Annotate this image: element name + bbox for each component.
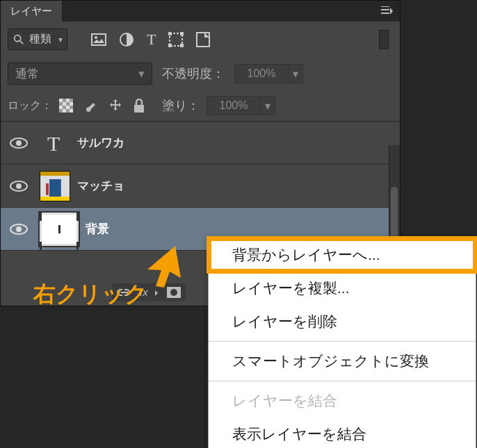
- svg-rect-9: [180, 44, 184, 47]
- layer-row-image[interactable]: マッチョ: [1, 165, 400, 208]
- layer-name: マッチョ: [77, 178, 124, 194]
- filter-icons: T: [91, 31, 210, 49]
- fill-chevron-icon[interactable]: ▾: [260, 96, 275, 115]
- svg-rect-6: [168, 32, 172, 35]
- filter-adjust-icon[interactable]: [119, 32, 134, 47]
- svg-point-3: [95, 36, 97, 39]
- filter-type-icon[interactable]: T: [147, 31, 156, 49]
- svg-rect-12: [59, 99, 63, 102]
- filter-label: 種類: [29, 32, 51, 47]
- svg-rect-16: [59, 106, 63, 109]
- chevron-down-icon: ▾: [58, 35, 63, 44]
- annotation-right-click: 右クリック: [33, 279, 147, 310]
- svg-line-1: [20, 40, 24, 44]
- blend-row: 通常 ▾ 不透明度： 100% ▾: [1, 57, 400, 90]
- panel-header: レイヤー: [1, 1, 400, 22]
- filter-toggle[interactable]: [379, 30, 389, 49]
- menu-item-convert-smart-object[interactable]: スマートオブジェクトに変換: [209, 345, 476, 378]
- opacity-value[interactable]: 100%: [234, 64, 289, 83]
- layer-row-text[interactable]: T サルワカ: [1, 122, 400, 165]
- layer-thumbnail-bg: [40, 213, 79, 246]
- svg-text:T: T: [47, 132, 60, 155]
- layer-name: サルワカ: [77, 135, 124, 151]
- panel-tab-layers[interactable]: レイヤー: [1, 1, 63, 22]
- lock-transparency-icon[interactable]: [59, 99, 73, 113]
- svg-rect-14: [63, 102, 66, 106]
- svg-rect-20: [134, 105, 144, 113]
- menu-separator: [209, 341, 476, 342]
- visibility-toggle[interactable]: [5, 208, 33, 250]
- filter-shape-icon[interactable]: [168, 32, 184, 47]
- panel-menu-icon[interactable]: [375, 1, 400, 22]
- lock-move-icon[interactable]: [108, 98, 123, 113]
- svg-rect-18: [63, 109, 66, 113]
- svg-point-27: [16, 226, 22, 232]
- filter-type-dropdown[interactable]: 種類 ▾: [8, 28, 67, 50]
- lock-all-icon[interactable]: [133, 98, 145, 113]
- svg-rect-15: [70, 102, 73, 106]
- opacity-label: 不透明度：: [162, 65, 225, 82]
- layer-name: 背景: [86, 221, 109, 237]
- visibility-toggle[interactable]: [5, 122, 33, 164]
- context-menu: 背景からレイヤーへ... レイヤーを複製... レイヤーを削除 スマートオブジェ…: [208, 238, 476, 448]
- svg-rect-19: [70, 109, 73, 113]
- svg-rect-2: [92, 34, 106, 45]
- filter-smart-icon[interactable]: [196, 32, 210, 47]
- lock-label: ロック：: [8, 99, 52, 113]
- lock-row: ロック： 塗り： 100% ▾: [1, 90, 400, 121]
- visibility-toggle[interactable]: [5, 165, 33, 207]
- menu-separator: [209, 381, 476, 381]
- opacity-chevron-icon[interactable]: ▾: [288, 64, 303, 83]
- blend-mode-label: 通常: [15, 66, 39, 82]
- menu-item-merge-visible[interactable]: 表示レイヤーを結合: [209, 417, 476, 448]
- menu-item-merge-layers: レイヤーを結合: [209, 384, 476, 417]
- svg-rect-13: [66, 99, 70, 102]
- svg-rect-8: [168, 44, 172, 47]
- svg-marker-31: [147, 246, 181, 288]
- svg-rect-10: [197, 33, 209, 47]
- svg-point-0: [15, 35, 21, 41]
- layer-thumbnail: [40, 171, 70, 201]
- chevron-down-icon: ▾: [138, 67, 145, 81]
- svg-rect-17: [66, 106, 70, 109]
- blend-mode-select[interactable]: 通常 ▾: [8, 63, 152, 85]
- fill-value[interactable]: 100%: [207, 96, 261, 115]
- menu-item-delete-layer[interactable]: レイヤーを削除: [209, 305, 476, 338]
- svg-point-22: [16, 140, 22, 146]
- cursor-pointer-icon: [147, 246, 182, 290]
- filter-pixel-icon[interactable]: [91, 33, 106, 46]
- search-icon: [13, 33, 25, 46]
- fill-label: 塗り：: [162, 97, 200, 114]
- filter-row: 種類 ▾ T: [1, 22, 400, 57]
- svg-rect-7: [180, 32, 184, 35]
- lock-brush-icon[interactable]: [83, 98, 98, 113]
- menu-item-bg-to-layer[interactable]: 背景からレイヤーへ...: [209, 238, 476, 272]
- svg-point-25: [16, 183, 22, 189]
- layer-thumbnail-type-icon: T: [40, 128, 70, 158]
- menu-item-duplicate-layer[interactable]: レイヤーを複製...: [209, 272, 476, 305]
